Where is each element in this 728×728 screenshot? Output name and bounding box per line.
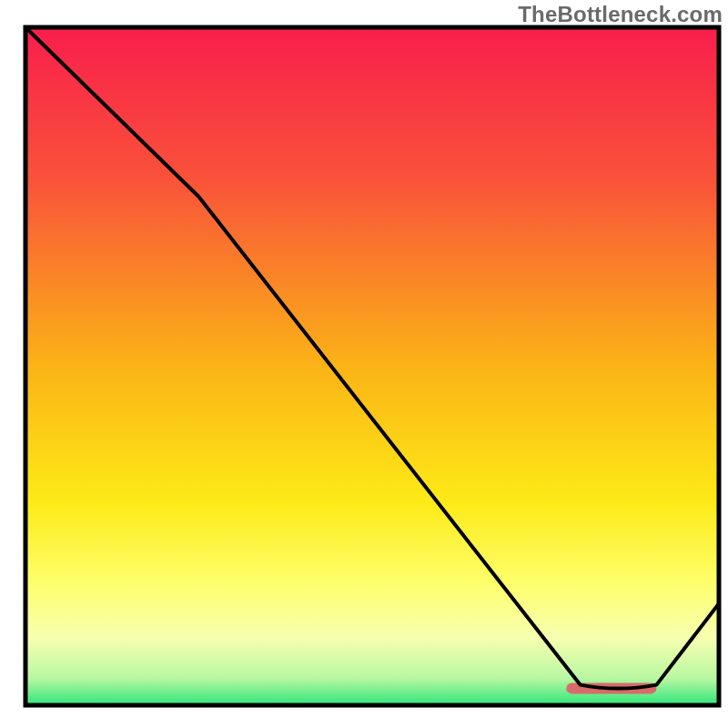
chart-container: TheBottleneck.com: [0, 0, 728, 728]
watermark-text: TheBottleneck.com: [518, 2, 723, 27]
bottleneck-chart: [0, 0, 728, 728]
